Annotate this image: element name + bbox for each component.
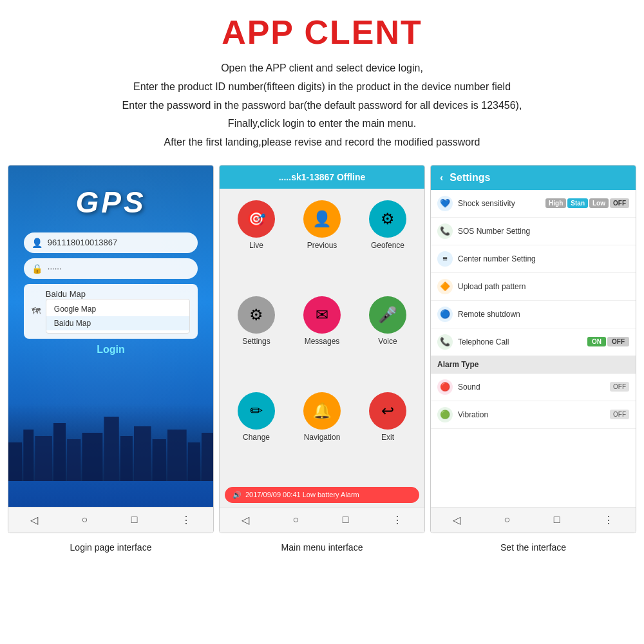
password-value: ······ xyxy=(48,263,62,273)
svg-rect-12 xyxy=(202,433,213,481)
menu-item-live[interactable]: 🎯 Live xyxy=(225,195,288,289)
back-nav-icon[interactable]: ◁ xyxy=(30,514,38,526)
sound-icon: 🔴 xyxy=(437,379,453,395)
settings-title: Settings xyxy=(450,172,490,184)
svg-rect-10 xyxy=(167,430,187,481)
exit-label: Exit xyxy=(381,433,394,442)
desc-line-2: Enter the product ID number(fifteen digi… xyxy=(19,78,625,97)
menu-nav-icon-2[interactable]: ⋮ xyxy=(392,514,402,526)
menu-item-exit[interactable]: ↩ Exit xyxy=(356,387,419,480)
menu-item-settings[interactable]: ⚙ Settings xyxy=(225,291,288,384)
off-button[interactable]: OFF xyxy=(607,337,629,346)
svg-rect-7 xyxy=(120,436,133,481)
on-off-toggle: ON OFF xyxy=(587,337,629,346)
speaker-icon: 🔊 xyxy=(232,491,242,499)
messages-icon-circle: ✉ xyxy=(303,296,341,334)
settings-label: Settings xyxy=(242,337,270,346)
settings-list: 💙 Shock sensitivity High Stan Low OFF 📞 … xyxy=(431,190,636,507)
back-icon[interactable]: ‹ xyxy=(440,172,443,184)
change-label: Change xyxy=(243,433,270,442)
password-field[interactable]: 🔒 ······ xyxy=(24,258,198,279)
sos-label: SOS Number Setting xyxy=(458,227,629,236)
settings-icon-circle: ⚙ xyxy=(238,296,275,334)
vibration-item[interactable]: 🟢 Vibration OFF xyxy=(431,401,636,429)
navigation-icon-circle: 🔔 xyxy=(303,392,341,430)
change-icon-circle: ✏ xyxy=(238,392,275,430)
messages-label: Messages xyxy=(305,337,340,346)
login-form: 👤 961118010013867 🔒 ······ 🗺 Baidu Map G… xyxy=(24,232,198,339)
baidu-map-option[interactable]: Baidu Map xyxy=(46,316,189,330)
stan-tag[interactable]: Stan xyxy=(567,198,588,208)
screenshots-row: GPS 👤 961118010013867 🔒 ······ 🗺 Baidu M… xyxy=(0,158,644,537)
map-dropdown[interactable]: Google Map Baidu Map xyxy=(46,299,190,334)
svg-rect-1 xyxy=(23,430,33,481)
back-nav-icon-2[interactable]: ◁ xyxy=(242,514,249,526)
recent-nav-icon-3[interactable]: □ xyxy=(554,514,560,526)
sound-item[interactable]: 🔴 Sound OFF xyxy=(431,374,636,401)
map-selector[interactable]: 🗺 Baidu Map Google Map Baidu Map xyxy=(24,284,198,339)
remote-shutdown-item[interactable]: 🔵 Remote shutdown xyxy=(431,301,636,328)
center-number-item[interactable]: ≡ Center number Setting xyxy=(431,245,636,273)
home-nav-icon-3[interactable]: ○ xyxy=(504,514,510,526)
alarm-text: 2017/09/09 00:41 Low battery Alarm xyxy=(245,491,359,498)
vibration-off-toggle[interactable]: OFF xyxy=(610,410,629,419)
navigation-label: Navigation xyxy=(304,433,341,442)
shock-icon: 💙 xyxy=(437,196,453,211)
low-tag[interactable]: Low xyxy=(589,198,609,208)
recent-nav-icon[interactable]: □ xyxy=(131,514,138,526)
shock-sensitivity-item[interactable]: 💙 Shock sensitivity High Stan Low OFF xyxy=(431,190,636,218)
screen-labels: Login page interface Main menu interface… xyxy=(0,537,644,565)
voice-label: Voice xyxy=(378,337,397,346)
sos-setting-item[interactable]: 📞 SOS Number Setting xyxy=(431,218,636,245)
desc-line-4: Finally,click login to enter the main me… xyxy=(19,115,625,133)
settings-header: ‹ Settings xyxy=(431,166,636,190)
upload-path-item[interactable]: 🔶 Upload path pattern xyxy=(431,273,636,301)
recent-nav-icon-2[interactable]: □ xyxy=(343,514,349,526)
high-tag[interactable]: High xyxy=(545,198,566,208)
back-nav-icon-3[interactable]: ◁ xyxy=(453,514,460,526)
previous-label: Previous xyxy=(307,241,337,250)
off-tag[interactable]: OFF xyxy=(610,198,629,208)
google-map-option[interactable]: Google Map xyxy=(46,302,189,316)
on-button[interactable]: ON xyxy=(587,337,606,346)
lock-icon: 🔒 xyxy=(32,263,43,274)
center-icon: ≡ xyxy=(437,251,453,267)
menu-item-geofence[interactable]: ⚙ Geofence xyxy=(356,195,419,289)
geofence-icon-circle: ⚙ xyxy=(369,200,406,238)
settings-content: ‹ Settings 💙 Shock sensitivity High Stan… xyxy=(431,166,636,507)
svg-rect-8 xyxy=(134,426,151,481)
home-nav-icon[interactable]: ○ xyxy=(81,514,88,526)
svg-rect-5 xyxy=(82,433,102,481)
sos-icon: 📞 xyxy=(437,223,453,239)
menu-grid: 🎯 Live 👤 Previous ⚙ Geofence ⚙ Settings xyxy=(220,189,424,487)
telephone-icon: 📞 xyxy=(437,334,453,350)
previous-icon-circle: 👤 xyxy=(303,200,341,238)
menu-item-messages[interactable]: ✉ Messages xyxy=(290,291,354,384)
settings-screen: ‹ Settings 💙 Shock sensitivity High Stan… xyxy=(430,165,636,533)
remote-label: Remote shutdown xyxy=(458,310,629,319)
screen1-label: Login page interface xyxy=(8,542,214,553)
menu-item-voice[interactable]: 🎤 Voice xyxy=(356,291,419,384)
telephone-call-item[interactable]: 📞 Telephone Call ON OFF xyxy=(431,328,636,356)
login-button[interactable]: Login xyxy=(91,339,130,361)
alarm-type-header: Alarm Type xyxy=(431,356,636,374)
upload-label: Upload path pattern xyxy=(458,282,629,291)
menu-item-change[interactable]: ✏ Change xyxy=(225,387,288,480)
alarm-bar: 🔊 2017/09/09 00:41 Low battery Alarm xyxy=(225,487,419,503)
selected-map: Baidu Map xyxy=(46,289,190,299)
sound-label: Sound xyxy=(458,383,605,392)
home-nav-icon-2[interactable]: ○ xyxy=(292,514,299,526)
menu-item-navigation[interactable]: 🔔 Navigation xyxy=(290,387,354,480)
sound-off-toggle[interactable]: OFF xyxy=(610,382,629,392)
menu-nav-icon[interactable]: ⋮ xyxy=(181,514,191,526)
map-icon: 🗺 xyxy=(32,306,41,316)
nav-bar-1: ◁ ○ □ ⋮ xyxy=(8,507,213,533)
geofence-label: Geofence xyxy=(371,241,404,250)
menu-nav-icon-3[interactable]: ⋮ xyxy=(603,514,614,526)
device-id-field[interactable]: 👤 961118010013867 xyxy=(24,232,198,253)
person-icon: 👤 xyxy=(32,238,43,248)
desc-line-3: Enter the password in the password bar(t… xyxy=(19,97,625,115)
city-skyline xyxy=(8,404,213,481)
menu-item-previous[interactable]: 👤 Previous xyxy=(290,195,354,289)
desc-line-1: Open the APP client and select device lo… xyxy=(19,59,625,78)
